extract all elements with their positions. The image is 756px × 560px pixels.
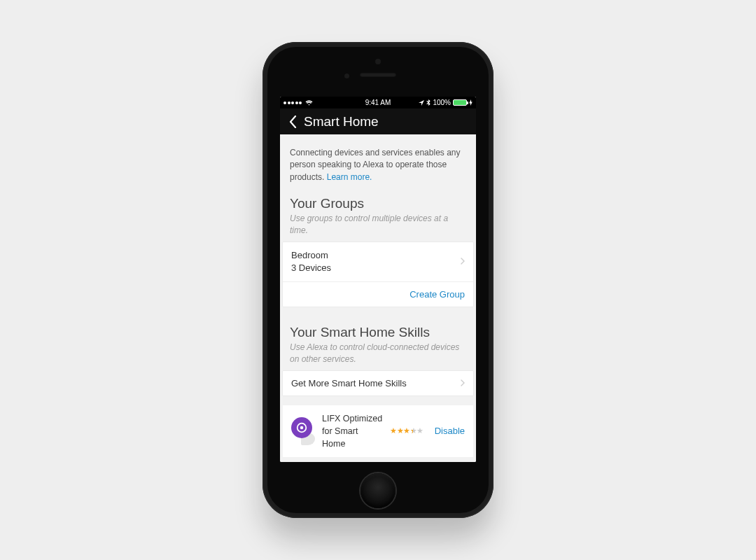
skills-subtitle: Use Alexa to control cloud-connected dev… xyxy=(280,342,476,371)
create-group-link[interactable]: Create Group xyxy=(283,282,473,307)
location-icon xyxy=(419,100,424,106)
learn-more-link[interactable]: Learn more. xyxy=(327,172,372,182)
skill-row-lifx[interactable]: LIFX Optimized for Smart Home ★★★★★★ Dis… xyxy=(283,405,473,457)
chevron-left-icon xyxy=(289,115,297,128)
phone-camera xyxy=(375,59,381,64)
screen: 9:41 AM 100% Smart Home Connecting devic… xyxy=(280,97,476,462)
chevron-right-icon xyxy=(461,378,465,388)
skill-icon-wrap xyxy=(291,417,315,445)
get-more-skills-card: Get More Smart Home Skills xyxy=(283,371,473,396)
status-right: 100% xyxy=(419,99,472,106)
chevron-right-icon xyxy=(461,255,465,268)
disable-skill-link[interactable]: Disable xyxy=(435,426,465,436)
status-bar: 9:41 AM 100% xyxy=(280,97,476,108)
lifx-icon xyxy=(291,417,312,438)
status-signal xyxy=(284,100,313,106)
intro-text: Connecting devices and services enables … xyxy=(280,134,476,190)
get-more-skills-label: Get More Smart Home Skills xyxy=(291,378,407,388)
charging-icon xyxy=(469,99,472,106)
battery-percent: 100% xyxy=(433,99,451,106)
svg-point-1 xyxy=(300,426,304,430)
groups-heading: Your Groups xyxy=(280,190,476,213)
get-more-skills-row[interactable]: Get More Smart Home Skills xyxy=(283,371,473,396)
app-header: Smart Home xyxy=(280,108,476,134)
wifi-icon xyxy=(305,100,313,106)
back-button[interactable] xyxy=(286,115,300,129)
home-button[interactable] xyxy=(360,473,396,508)
content-scroll[interactable]: Connecting devices and services enables … xyxy=(280,134,476,462)
signal-dots-icon xyxy=(284,102,302,104)
group-row-bedroom[interactable]: Bedroom 3 Devices xyxy=(283,242,473,282)
groups-card: Bedroom 3 Devices Create Group xyxy=(283,242,473,307)
star-rating: ★★★★★★ xyxy=(390,426,424,435)
status-time: 9:41 AM xyxy=(365,99,391,106)
group-device-count: 3 Devices xyxy=(291,262,331,274)
intro-body: Connecting devices and services enables … xyxy=(290,148,460,182)
skill-name: LIFX Optimized for Smart Home xyxy=(322,412,383,450)
group-name: Bedroom xyxy=(291,249,328,262)
groups-subtitle: Use groups to control multiple devices a… xyxy=(280,213,476,242)
battery-icon xyxy=(453,99,467,106)
page-title: Smart Home xyxy=(304,114,379,130)
phone-sensors xyxy=(344,74,349,78)
phone-speaker xyxy=(360,73,396,77)
skills-heading: Your Smart Home Skills xyxy=(280,319,476,342)
phone-frame: 9:41 AM 100% Smart Home Connecting devic… xyxy=(262,42,493,518)
bluetooth-icon xyxy=(426,99,430,106)
